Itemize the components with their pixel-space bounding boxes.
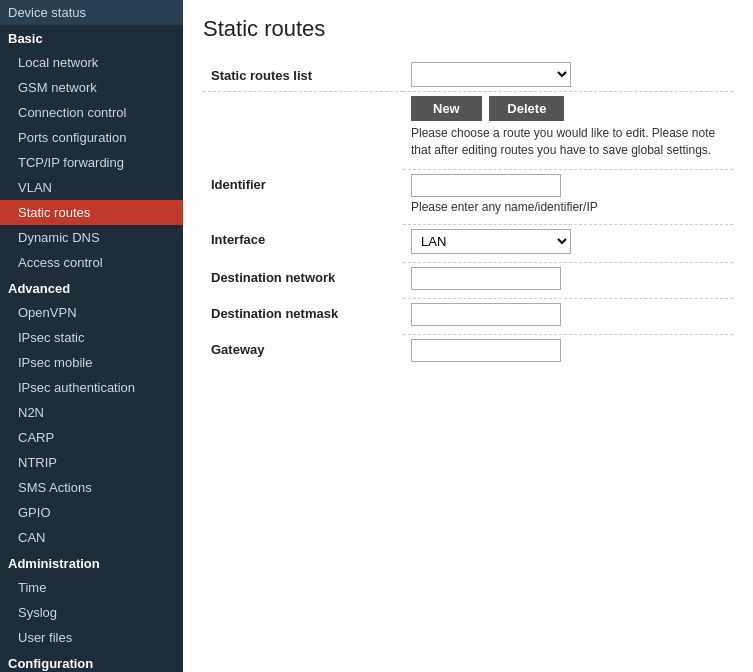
destination-netmask-cell — [403, 298, 733, 334]
buttons-label-cell — [203, 92, 403, 170]
sidebar-item-vlan[interactable]: VLAN — [0, 175, 183, 200]
interface-select[interactable]: LAN WAN PPP — [411, 229, 571, 254]
sidebar-section-configuration: Configuration — [0, 650, 183, 672]
sidebar-item-carp[interactable]: CARP — [0, 425, 183, 450]
sidebar-item-local-network[interactable]: Local network — [0, 50, 183, 75]
new-button[interactable]: New — [411, 96, 482, 121]
sidebar-item-device-status[interactable]: Device status — [0, 0, 183, 25]
destination-netmask-input[interactable] — [411, 303, 561, 326]
sidebar-item-time[interactable]: Time — [0, 575, 183, 600]
sidebar-item-gsm-network[interactable]: GSM network — [0, 75, 183, 100]
sidebar-item-tcp/ip-forwarding[interactable]: TCP/IP forwarding — [0, 150, 183, 175]
sidebar-section-advanced: Advanced — [0, 275, 183, 300]
sidebar-item-sms-actions[interactable]: SMS Actions — [0, 475, 183, 500]
sidebar-item-ipsec-authentication[interactable]: IPsec authentication — [0, 375, 183, 400]
static-routes-list-cell — [403, 58, 733, 92]
interface-label: Interface — [203, 224, 403, 262]
identifier-input[interactable] — [411, 174, 561, 197]
identifier-cell: Please enter any name/identifier/IP — [403, 169, 733, 224]
sidebar-item-ntrip[interactable]: NTRIP — [0, 450, 183, 475]
destination-network-input[interactable] — [411, 267, 561, 290]
destination-netmask-label: Destination netmask — [203, 298, 403, 334]
sidebar-item-syslog[interactable]: Syslog — [0, 600, 183, 625]
sidebar-item-gpio[interactable]: GPIO — [0, 500, 183, 525]
gateway-label: Gateway — [203, 334, 403, 366]
sidebar-item-n2n[interactable]: N2N — [0, 400, 183, 425]
sidebar-item-ports-configuration[interactable]: Ports configuration — [0, 125, 183, 150]
destination-network-label: Destination network — [203, 262, 403, 298]
sidebar-section-administration: Administration — [0, 550, 183, 575]
sidebar-item-static-routes[interactable]: Static routes — [0, 200, 183, 225]
sidebar-item-openvpn[interactable]: OpenVPN — [0, 300, 183, 325]
sidebar-item-can[interactable]: CAN — [0, 525, 183, 550]
gateway-cell — [403, 334, 733, 366]
gateway-input[interactable] — [411, 339, 561, 362]
page-title: Static routes — [203, 16, 733, 42]
delete-button[interactable]: Delete — [489, 96, 564, 121]
sidebar-item-dynamic-dns[interactable]: Dynamic DNS — [0, 225, 183, 250]
identifier-label: Identifier — [203, 169, 403, 224]
info-text: Please choose a route you would like to … — [411, 125, 725, 159]
static-routes-list-label: Static routes list — [203, 58, 403, 92]
destination-network-cell — [403, 262, 733, 298]
sidebar-item-user-files[interactable]: User files — [0, 625, 183, 650]
sidebar-section-basic: Basic — [0, 25, 183, 50]
static-routes-list-select[interactable] — [411, 62, 571, 87]
buttons-cell: New Delete Please choose a route you wou… — [403, 92, 733, 170]
identifier-hint: Please enter any name/identifier/IP — [411, 200, 725, 214]
sidebar-item-ipsec-static[interactable]: IPsec static — [0, 325, 183, 350]
main-content: Static routes Static routes list New Del… — [183, 0, 753, 672]
sidebar-item-access-control[interactable]: Access control — [0, 250, 183, 275]
sidebar-item-ipsec-mobile[interactable]: IPsec mobile — [0, 350, 183, 375]
sidebar: Device status BasicLocal networkGSM netw… — [0, 0, 183, 672]
interface-cell: LAN WAN PPP — [403, 224, 733, 262]
sidebar-item-connection-control[interactable]: Connection control — [0, 100, 183, 125]
